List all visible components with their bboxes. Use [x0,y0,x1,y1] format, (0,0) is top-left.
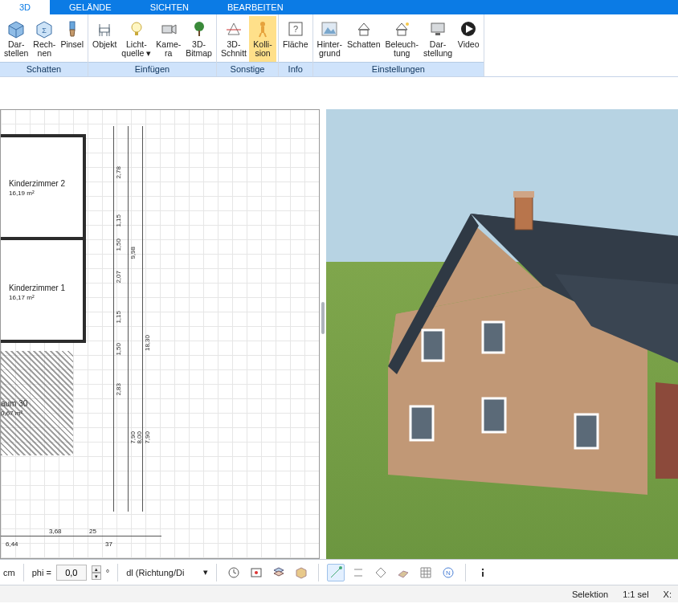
svg-rect-7 [100,28,109,32]
dim-r-5: 2,07 [115,271,122,284]
dim-b-0: 6,44 [6,541,18,548]
video-button[interactable]: Video [455,16,482,62]
cube-small-icon[interactable] [292,564,310,581]
main-tabs: 3D GELÄNDE SICHTEN BEARBEITEN [0,0,678,14]
person-icon [253,19,272,39]
rechnen-label: Rech- nen [33,40,55,58]
svg-rect-21 [261,27,264,33]
ribbon-group-sonstige: 3D- Schnitt Kolli- sion Sonstige [217,14,279,76]
dropdown-chevron-icon[interactable]: ▾ [203,567,208,577]
display-icon [428,19,447,39]
house-3d [350,157,678,511]
tab-gelaende[interactable]: GELÄNDE [50,0,131,14]
pane-splitter[interactable] [320,77,326,559]
record-icon[interactable] [247,564,265,581]
svg-rect-31 [398,30,406,35]
snap-diamond-icon[interactable] [372,564,390,581]
dim-r-3: 1,15 [115,214,122,227]
kamera-button[interactable]: Kame- ra [153,16,183,62]
lichtquelle-button[interactable]: Licht- quelle ▾ [119,16,153,62]
phi-label: phi = [32,568,51,577]
dim-r-12: 7,90 [144,431,151,444]
camera-icon [159,19,178,39]
snap-parallel-icon[interactable] [349,564,367,581]
svg-rect-47 [513,191,534,198]
dim-r-2: 2,78 [115,166,122,179]
tab-3d[interactable]: 3D [0,0,50,14]
svg-line-55 [234,573,236,573]
room2-name: Kinderzimmer 2 [9,179,65,188]
schatten2-button[interactable]: Schatten [345,16,382,62]
area-icon: ? [286,19,305,39]
hintergrund-label: Hinter- grund [317,40,343,58]
svg-point-20 [260,22,265,27]
svg-marker-15 [172,25,176,34]
bulb-icon [127,19,146,39]
ribbon-group-info: ? Fläche Info [279,14,313,76]
north-icon[interactable]: N [439,564,457,581]
darstellen-label: Dar- stellen [4,40,28,58]
mode-dropdown[interactable]: dl (Richtung/Di [126,568,198,577]
ribbon-group-einfuegen: Objekt Licht- quelle ▾ Kame- ra 3D- Bitm… [88,14,217,76]
phi-input[interactable] [56,565,87,581]
svg-rect-52 [483,322,504,353]
svg-marker-65 [376,568,386,577]
status-scale: 1:1 sel [623,589,648,599]
svg-rect-17 [198,31,200,36]
svg-point-69 [482,568,484,569]
svg-point-62 [339,566,342,569]
svg-text:Σ: Σ [43,27,47,35]
cube-icon [6,19,26,39]
pinsel-button[interactable]: Pinsel [58,16,86,62]
svg-rect-70 [482,572,484,577]
darstellung-label: Dar- stellung [423,40,452,58]
tree-icon [190,19,209,39]
3dbitmap-button[interactable]: 3D- Bitmap [183,16,214,62]
chair-icon [95,19,114,39]
rechnen-button[interactable]: Σ Rech- nen [31,16,58,62]
snap-grid-icon[interactable] [417,564,435,581]
kollision-button[interactable]: Kolli- sion [249,16,276,62]
svg-rect-6 [70,22,75,30]
hintergrund-button[interactable]: Hinter- grund [315,16,345,62]
phi-spinner[interactable]: ▴▾ [92,565,101,580]
dim-r-11: 8,00 [136,431,143,444]
layers-stack-icon[interactable] [270,564,288,581]
dim-b-2: 25 [89,528,96,535]
svg-line-23 [264,33,266,37]
floorplan-viewport[interactable]: Kinderzimmer 2 16,19 m² Kinderzimmer 1 1… [0,109,320,559]
darstellen-button[interactable]: Dar- stellen [2,16,31,62]
ribbon: Dar- stellen Σ Rech- nen Pinsel Schatten… [0,14,678,77]
snap-plane-icon[interactable] [394,564,412,581]
darstellung-button[interactable]: Dar- stellung [421,16,455,62]
svg-marker-18 [228,23,239,35]
status-selection: Selektion [572,589,608,599]
svg-rect-13 [135,32,138,35]
svg-marker-60 [296,568,306,578]
objekt-button[interactable]: Objekt [90,16,119,62]
svg-marker-28 [358,23,370,30]
status-bar: Selektion 1:1 sel X: [0,585,678,602]
cube-calc-icon: Σ [35,19,54,39]
svg-rect-34 [435,33,440,35]
3dschnitt-button[interactable]: 3D- Schnitt [219,16,249,62]
beleuchtung-label: Beleuch- tung [386,40,419,58]
status-x: X: [664,589,672,599]
svg-rect-48 [410,406,433,440]
room2-area: 16,19 m² [9,190,35,197]
3dbitmap-label: 3D- Bitmap [186,40,212,58]
svg-rect-14 [162,26,172,33]
svg-marker-59 [274,571,284,576]
landscape-icon [320,19,339,39]
flaeche-button[interactable]: ? Fläche [280,16,311,62]
dim-r-4: 1,50 [115,239,122,251]
info-dots-icon[interactable] [474,564,492,581]
beleuchtung-button[interactable]: Beleuch- tung [383,16,421,62]
snap-endpoint-icon[interactable] [327,564,345,581]
tab-sichten[interactable]: SICHTEN [131,0,208,14]
svg-marker-30 [396,23,407,30]
dim-b-3: 37 [105,541,112,548]
3d-viewport[interactable] [326,109,678,559]
tab-bearbeiten[interactable]: BEARBEITEN [208,0,303,14]
clock-icon[interactable] [225,564,243,581]
